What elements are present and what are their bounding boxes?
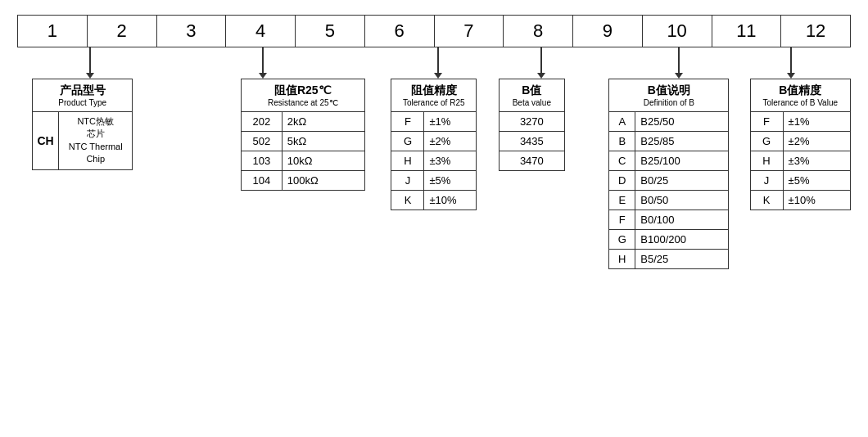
bdef-row-4: E B0/50 <box>609 191 728 210</box>
num-cell-12: 12 <box>781 16 850 47</box>
bdef-box: B值说明 Definition of B A B25/50 B B25/85 C… <box>608 79 729 269</box>
btol-code-0: F <box>751 112 784 131</box>
res-value-3: 100kΩ <box>283 171 364 190</box>
beta-row-1: 3435 <box>500 132 564 151</box>
tolerance-row-0: F ±1% <box>391 112 475 132</box>
res-value-0: 2kΩ <box>283 112 364 131</box>
beta-box: B值 Beta value 3270 3435 3470 <box>499 79 565 171</box>
bdef-code-0: A <box>609 112 635 131</box>
tolerance-row-1: G ±2% <box>391 132 475 151</box>
diagram: 1 2 3 4 5 6 7 8 9 10 11 12 <box>0 0 868 284</box>
bdef-value-4: B0/50 <box>635 191 728 209</box>
btol-code-4: K <box>751 191 784 209</box>
bdef-value-1: B25/85 <box>635 132 728 151</box>
beta-title: B值 Beta value <box>500 79 564 112</box>
resistance-row-0: 202 2kΩ <box>242 112 364 132</box>
bdef-value-2: B25/100 <box>635 151 728 170</box>
ntc-label: NTC热敏芯片 NTC ThermalChip <box>59 112 132 169</box>
resistance-row-3: 104 100kΩ <box>242 171 364 190</box>
bdef-row-0: A B25/50 <box>609 112 728 132</box>
tolerance-english: Tolerance of R25 <box>393 98 473 107</box>
num-cell-11: 11 <box>712 16 782 47</box>
bdef-row-1: B B25/85 <box>609 132 728 151</box>
tolerance-title: 阻值精度 Tolerance of R25 <box>391 79 475 112</box>
ntc-english: NTC ThermalChip <box>69 142 123 164</box>
ntc-chinese: NTC热敏芯片 <box>77 116 114 138</box>
tol-value-1: ±2% <box>424 132 475 151</box>
arrow-beta <box>537 47 545 79</box>
bdef-title: B值说明 Definition of B <box>609 79 728 112</box>
bdef-value-7: B5/25 <box>635 250 728 268</box>
arrows-container <box>17 47 851 79</box>
product-type-box: 产品型号 Product Type CH NTC热敏芯片 NTC Thermal… <box>32 79 133 170</box>
btol-row-2: H ±3% <box>751 151 850 171</box>
bdef-english: Definition of B <box>611 98 726 107</box>
btol-english: Tolerance of B Value <box>753 98 848 107</box>
resistance-row-1: 502 5kΩ <box>242 132 364 151</box>
product-type-english: Product Type <box>34 98 130 107</box>
tol-value-3: ±5% <box>424 171 475 190</box>
btol-value-1: ±2% <box>784 132 850 151</box>
product-type-body: CH NTC热敏芯片 NTC ThermalChip <box>33 112 132 169</box>
bdef-row-3: D B0/25 <box>609 171 728 191</box>
arrow-btol <box>787 47 795 79</box>
bdef-value-5: B0/100 <box>635 210 728 229</box>
bdef-row-2: C B25/100 <box>609 151 728 171</box>
btol-chinese: B值精度 <box>753 83 848 98</box>
resistance-english: Resistance at 25℃ <box>243 98 363 107</box>
res-code-2: 103 <box>242 151 283 170</box>
res-code-1: 502 <box>242 132 283 151</box>
btol-box: B值精度 Tolerance of B Value F ±1% G ±2% H … <box>750 79 851 210</box>
resistance-row-2: 103 10kΩ <box>242 151 364 171</box>
tol-code-2: H <box>391 151 424 170</box>
bdef-value-6: B100/200 <box>635 230 728 249</box>
num-cell-6: 6 <box>365 16 435 47</box>
num-cell-2: 2 <box>88 16 157 47</box>
beta-row-0: 3270 <box>500 112 564 132</box>
btol-row-1: G ±2% <box>751 132 850 151</box>
btol-value-2: ±3% <box>784 151 850 170</box>
tolerance-chinese: 阻值精度 <box>393 83 473 98</box>
bdef-code-6: G <box>609 230 635 249</box>
tol-value-4: ±10% <box>424 191 475 209</box>
bdef-value-0: B25/50 <box>635 112 728 131</box>
beta-english: Beta value <box>501 98 563 107</box>
bdef-code-7: H <box>609 250 635 268</box>
tolerance-row-4: K ±10% <box>391 191 475 209</box>
resistance-title: 阻值R25℃ Resistance at 25℃ <box>242 79 364 112</box>
bdef-chinese: B值说明 <box>611 83 726 98</box>
bdef-code-2: C <box>609 151 635 170</box>
btol-code-2: H <box>751 151 784 170</box>
beta-row-2: 3470 <box>500 151 564 170</box>
btol-row-4: K ±10% <box>751 191 850 209</box>
bdef-row-5: F B0/100 <box>609 210 728 230</box>
beta-chinese: B值 <box>501 83 563 98</box>
bdef-code-5: F <box>609 210 635 229</box>
bdef-row-7: H B5/25 <box>609 250 728 268</box>
arrow-bdef <box>675 47 683 79</box>
res-code-0: 202 <box>242 112 283 131</box>
tol-code-4: K <box>391 191 424 209</box>
num-cell-8: 8 <box>504 16 573 47</box>
arrow-resistance <box>259 47 267 79</box>
tol-value-0: ±1% <box>424 112 475 131</box>
num-cell-5: 5 <box>296 16 365 47</box>
btol-value-4: ±10% <box>784 191 850 209</box>
btol-value-3: ±5% <box>784 171 850 190</box>
bdef-code-3: D <box>609 171 635 190</box>
num-cell-3: 3 <box>157 16 227 47</box>
num-cell-1: 1 <box>18 16 88 47</box>
bdef-code-1: B <box>609 132 635 151</box>
btol-row-0: F ±1% <box>751 112 850 132</box>
tolerance-box: 阻值精度 Tolerance of R25 F ±1% G ±2% H ±3% … <box>391 79 476 210</box>
bdef-code-4: E <box>609 191 635 209</box>
num-cell-10: 10 <box>643 16 712 47</box>
num-cell-4: 4 <box>226 16 296 47</box>
res-code-3: 104 <box>242 171 283 190</box>
tol-code-0: F <box>391 112 424 131</box>
resistance-chinese: 阻值R25℃ <box>243 83 363 98</box>
arrow-product <box>86 47 94 79</box>
tol-code-3: J <box>391 171 424 190</box>
num-cell-7: 7 <box>435 16 504 47</box>
btol-code-1: G <box>751 132 784 151</box>
